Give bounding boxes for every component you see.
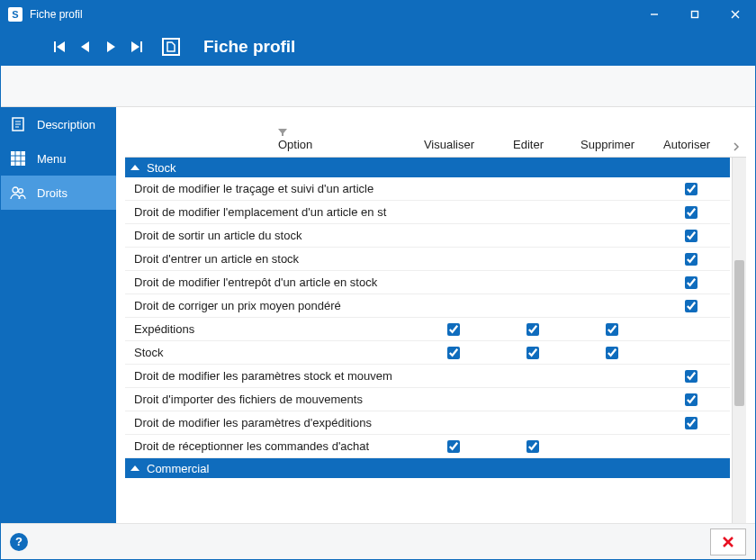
sidebar-item-label: Droits bbox=[37, 186, 68, 200]
cell-autoriser[interactable] bbox=[651, 391, 730, 409]
checkbox-autoriser[interactable] bbox=[685, 370, 698, 383]
checkbox-autoriser[interactable] bbox=[685, 230, 698, 242]
table-row: Droit de modifier l'entrepôt d'un articl… bbox=[125, 271, 730, 294]
main-area: Description Menu Droits bbox=[1, 107, 755, 523]
cell-autoriser[interactable] bbox=[651, 297, 730, 315]
cell-autoriser[interactable] bbox=[651, 180, 730, 198]
app-icon: S bbox=[8, 7, 22, 22]
cell-editer[interactable] bbox=[492, 321, 572, 339]
table-row: Droit de modifier l'emplacement d'un art… bbox=[125, 201, 730, 224]
checkbox-autoriser[interactable] bbox=[685, 253, 698, 266]
sub-toolbar bbox=[1, 66, 755, 107]
cell-option: Droit d'importer des fichiers de mouveme… bbox=[125, 393, 413, 406]
first-record-button[interactable] bbox=[52, 39, 68, 55]
cell-autoriser[interactable] bbox=[651, 250, 730, 268]
checkbox-autoriser[interactable] bbox=[685, 393, 698, 406]
chevron-up-icon bbox=[130, 165, 140, 170]
document-icon bbox=[10, 116, 26, 132]
cell-option: Droit de modifier l'emplacement d'un art… bbox=[125, 205, 413, 219]
checkbox-editer[interactable] bbox=[526, 347, 539, 359]
table-row: Droit de modifier les paramètres stock e… bbox=[125, 365, 730, 388]
svg-rect-18 bbox=[11, 157, 14, 160]
checkbox-supprimer[interactable] bbox=[606, 323, 618, 336]
users-icon bbox=[10, 185, 26, 201]
column-header-autoriser[interactable]: Autoriser bbox=[647, 138, 726, 157]
cell-visualiser[interactable] bbox=[413, 321, 492, 339]
checkbox-supprimer[interactable] bbox=[606, 347, 618, 359]
grid-body: StockDroit de modifier le traçage et sui… bbox=[125, 158, 746, 523]
cell-visualiser[interactable] bbox=[413, 344, 492, 362]
cell-autoriser[interactable] bbox=[651, 274, 730, 292]
svg-rect-21 bbox=[11, 162, 14, 166]
cell-autoriser[interactable] bbox=[651, 203, 730, 221]
page-title: Fiche profil bbox=[203, 37, 295, 57]
minimize-button[interactable] bbox=[634, 1, 674, 28]
cancel-button[interactable] bbox=[710, 528, 746, 555]
cell-autoriser[interactable] bbox=[651, 227, 730, 245]
checkbox-visualiser[interactable] bbox=[447, 347, 460, 359]
table-row: Droit de sortir un article du stock bbox=[125, 224, 730, 248]
group-label: Stock bbox=[147, 161, 176, 175]
svg-rect-23 bbox=[22, 162, 25, 166]
next-record-button[interactable] bbox=[103, 39, 119, 55]
sidebar-item-label: Menu bbox=[37, 152, 67, 166]
column-header-visualiser[interactable]: Visualiser bbox=[410, 138, 489, 157]
cell-supprimer[interactable] bbox=[572, 344, 651, 362]
svg-marker-8 bbox=[131, 41, 140, 52]
checkbox-editer[interactable] bbox=[526, 323, 539, 336]
sidebar-item-description[interactable]: Description bbox=[1, 107, 116, 141]
table-row: Droit de corriger un prix moyen pondéré bbox=[125, 294, 730, 318]
grid-icon bbox=[10, 150, 26, 167]
previous-record-button[interactable] bbox=[77, 39, 94, 55]
chevron-up-icon bbox=[130, 465, 140, 471]
cell-option: Expéditions bbox=[125, 322, 413, 336]
sidebar-item-menu[interactable]: Menu bbox=[1, 141, 116, 176]
svg-point-24 bbox=[13, 187, 18, 193]
scrollbar-thumb[interactable] bbox=[734, 260, 744, 406]
checkbox-editer[interactable] bbox=[526, 440, 539, 453]
svg-point-25 bbox=[19, 189, 23, 194]
cell-option: Droit de modifier les paramètres stock e… bbox=[125, 369, 413, 383]
checkbox-autoriser[interactable] bbox=[685, 417, 698, 429]
column-header-option[interactable]: Option bbox=[125, 129, 410, 157]
cell-option: Droit de sortir un article du stock bbox=[125, 229, 413, 242]
column-header-supprimer[interactable]: Supprimer bbox=[568, 138, 647, 157]
close-window-button[interactable] bbox=[715, 1, 755, 28]
window-title: Fiche profil bbox=[30, 8, 634, 21]
maximize-button[interactable] bbox=[674, 1, 715, 28]
cell-option: Droit d'entrer un article en stock bbox=[125, 252, 413, 266]
checkbox-autoriser[interactable] bbox=[685, 300, 698, 312]
cell-autoriser[interactable] bbox=[651, 414, 730, 432]
cell-editer[interactable] bbox=[492, 438, 572, 456]
checkbox-visualiser[interactable] bbox=[447, 323, 460, 336]
table-row: Droit d'entrer un article en stock bbox=[125, 248, 730, 271]
last-record-button[interactable] bbox=[128, 39, 144, 55]
table-row: Droit d'importer des fichiers de mouveme… bbox=[125, 388, 730, 411]
svg-marker-6 bbox=[81, 41, 89, 52]
column-label: Option bbox=[278, 138, 312, 151]
cell-supprimer[interactable] bbox=[572, 321, 651, 339]
help-button[interactable]: ? bbox=[10, 533, 28, 551]
svg-rect-16 bbox=[16, 151, 20, 155]
svg-rect-22 bbox=[16, 162, 20, 166]
vertical-scrollbar[interactable] bbox=[732, 158, 746, 523]
cell-editer[interactable] bbox=[492, 344, 572, 362]
toolbar: Fiche profil bbox=[1, 28, 755, 66]
column-header-editer[interactable]: Editer bbox=[489, 138, 568, 157]
svg-rect-17 bbox=[22, 151, 25, 155]
cell-visualiser[interactable] bbox=[413, 438, 492, 456]
cell-autoriser[interactable] bbox=[651, 367, 730, 385]
checkbox-autoriser[interactable] bbox=[685, 276, 698, 289]
sidebar-item-droits[interactable]: Droits bbox=[1, 176, 116, 210]
group-header[interactable]: Commercial bbox=[125, 458, 730, 478]
scroll-right-button[interactable] bbox=[726, 142, 746, 157]
checkbox-autoriser[interactable] bbox=[685, 183, 698, 195]
cell-option: Droit de modifier les paramètres d'expéd… bbox=[125, 416, 413, 429]
content-panel: Option Visualiser Editer Supprimer Autor… bbox=[116, 107, 755, 523]
checkbox-visualiser[interactable] bbox=[447, 440, 460, 453]
checkbox-autoriser[interactable] bbox=[685, 206, 698, 219]
svg-rect-20 bbox=[22, 157, 25, 160]
column-label: Visualiser bbox=[424, 138, 474, 151]
svg-rect-9 bbox=[140, 41, 142, 52]
group-header[interactable]: Stock bbox=[125, 158, 730, 177]
